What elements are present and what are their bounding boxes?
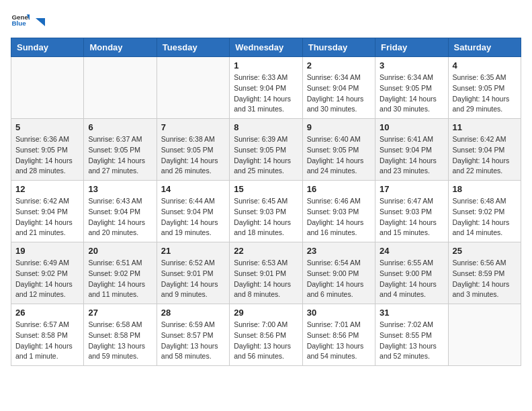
logo: General Blue (11, 11, 45, 30)
day-of-week-header: Wednesday (230, 38, 302, 57)
calendar-week-row: 26Sunrise: 6:57 AM Sunset: 8:58 PM Dayli… (11, 304, 521, 366)
day-number: 15 (234, 184, 298, 194)
svg-marker-3 (36, 18, 45, 26)
day-info: Sunrise: 6:46 AM Sunset: 9:03 PM Dayligh… (307, 196, 371, 238)
day-of-week-header: Monday (84, 38, 157, 57)
day-info: Sunrise: 6:47 AM Sunset: 9:03 PM Dayligh… (380, 196, 443, 238)
day-number: 28 (161, 308, 225, 318)
calendar-day-cell: 2Sunrise: 6:34 AM Sunset: 9:04 PM Daylig… (302, 57, 375, 119)
calendar-day-cell: 28Sunrise: 6:59 AM Sunset: 8:57 PM Dayli… (157, 304, 229, 366)
day-info: Sunrise: 6:35 AM Sunset: 9:05 PM Dayligh… (453, 73, 517, 115)
day-number: 11 (453, 122, 517, 132)
day-of-week-header: Sunday (11, 38, 84, 57)
day-number: 6 (88, 122, 152, 132)
day-number: 16 (307, 184, 371, 194)
logo-icon: General Blue (11, 11, 30, 30)
day-number: 1 (234, 60, 298, 71)
day-info: Sunrise: 6:34 AM Sunset: 9:05 PM Dayligh… (380, 73, 443, 115)
calendar-day-cell (84, 57, 157, 119)
day-info: Sunrise: 7:00 AM Sunset: 8:56 PM Dayligh… (234, 320, 298, 362)
day-of-week-header: Friday (375, 38, 448, 57)
day-number: 14 (161, 184, 225, 194)
day-of-week-header: Thursday (302, 38, 375, 57)
day-info: Sunrise: 6:57 AM Sunset: 8:58 PM Dayligh… (15, 320, 79, 362)
svg-text:Blue: Blue (11, 19, 26, 27)
day-info: Sunrise: 6:42 AM Sunset: 9:04 PM Dayligh… (15, 196, 79, 238)
calendar-day-cell: 8Sunrise: 6:39 AM Sunset: 9:05 PM Daylig… (230, 119, 302, 181)
calendar-day-cell: 30Sunrise: 7:01 AM Sunset: 8:56 PM Dayli… (302, 304, 375, 366)
calendar-day-cell: 11Sunrise: 6:42 AM Sunset: 9:04 PM Dayli… (448, 119, 521, 181)
calendar-day-cell: 4Sunrise: 6:35 AM Sunset: 9:05 PM Daylig… (448, 57, 521, 119)
day-info: Sunrise: 6:59 AM Sunset: 8:57 PM Dayligh… (161, 320, 225, 362)
day-info: Sunrise: 6:39 AM Sunset: 9:05 PM Dayligh… (234, 134, 298, 177)
day-number: 27 (88, 308, 152, 318)
day-number: 20 (88, 246, 152, 256)
day-number: 25 (453, 246, 517, 256)
day-number: 2 (307, 60, 371, 71)
day-info: Sunrise: 6:54 AM Sunset: 9:00 PM Dayligh… (307, 258, 371, 300)
calendar-day-cell: 26Sunrise: 6:57 AM Sunset: 8:58 PM Dayli… (11, 304, 84, 366)
day-info: Sunrise: 6:40 AM Sunset: 9:05 PM Dayligh… (307, 134, 371, 177)
calendar-day-cell (448, 304, 521, 366)
calendar-day-cell: 18Sunrise: 6:48 AM Sunset: 9:02 PM Dayli… (448, 181, 521, 242)
day-info: Sunrise: 6:51 AM Sunset: 9:02 PM Dayligh… (88, 258, 152, 300)
page-header: General Blue (11, 11, 521, 30)
day-number: 5 (15, 122, 79, 132)
calendar-day-cell: 24Sunrise: 6:55 AM Sunset: 9:00 PM Dayli… (375, 242, 448, 304)
day-info: Sunrise: 6:53 AM Sunset: 9:01 PM Dayligh… (234, 258, 298, 300)
day-info: Sunrise: 6:38 AM Sunset: 9:05 PM Dayligh… (161, 134, 225, 177)
calendar-day-cell: 23Sunrise: 6:54 AM Sunset: 9:00 PM Dayli… (302, 242, 375, 304)
day-info: Sunrise: 6:52 AM Sunset: 9:01 PM Dayligh… (161, 258, 225, 300)
day-info: Sunrise: 7:02 AM Sunset: 8:55 PM Dayligh… (380, 320, 443, 362)
day-info: Sunrise: 6:36 AM Sunset: 9:05 PM Dayligh… (15, 134, 79, 177)
day-info: Sunrise: 6:49 AM Sunset: 9:02 PM Dayligh… (15, 258, 79, 300)
day-number: 4 (453, 60, 517, 71)
calendar-day-cell: 7Sunrise: 6:38 AM Sunset: 9:05 PM Daylig… (157, 119, 229, 181)
day-number: 30 (307, 308, 371, 318)
day-number: 31 (380, 308, 443, 318)
day-info: Sunrise: 6:58 AM Sunset: 8:58 PM Dayligh… (88, 320, 152, 362)
calendar-day-cell: 27Sunrise: 6:58 AM Sunset: 8:58 PM Dayli… (84, 304, 157, 366)
day-info: Sunrise: 6:43 AM Sunset: 9:04 PM Dayligh… (88, 196, 152, 238)
calendar-day-cell: 10Sunrise: 6:41 AM Sunset: 9:04 PM Dayli… (375, 119, 448, 181)
day-info: Sunrise: 7:01 AM Sunset: 8:56 PM Dayligh… (307, 320, 371, 362)
day-of-week-header: Tuesday (157, 38, 229, 57)
calendar-week-row: 12Sunrise: 6:42 AM Sunset: 9:04 PM Dayli… (11, 181, 521, 242)
calendar-day-cell: 31Sunrise: 7:02 AM Sunset: 8:55 PM Dayli… (375, 304, 448, 366)
day-number: 9 (307, 122, 371, 132)
day-number: 22 (234, 246, 298, 256)
day-info: Sunrise: 6:48 AM Sunset: 9:02 PM Dayligh… (453, 196, 517, 238)
day-info: Sunrise: 6:45 AM Sunset: 9:03 PM Dayligh… (234, 196, 298, 238)
calendar-day-cell: 19Sunrise: 6:49 AM Sunset: 9:02 PM Dayli… (11, 242, 84, 304)
calendar-day-cell: 6Sunrise: 6:37 AM Sunset: 9:05 PM Daylig… (84, 119, 157, 181)
calendar-day-cell: 3Sunrise: 6:34 AM Sunset: 9:05 PM Daylig… (375, 57, 448, 119)
day-number: 23 (307, 246, 371, 256)
day-info: Sunrise: 6:56 AM Sunset: 8:59 PM Dayligh… (453, 258, 517, 300)
logo-triangle-icon (33, 15, 45, 28)
calendar-day-cell: 9Sunrise: 6:40 AM Sunset: 9:05 PM Daylig… (302, 119, 375, 181)
day-info: Sunrise: 6:55 AM Sunset: 9:00 PM Dayligh… (380, 258, 443, 300)
day-number: 29 (234, 308, 298, 318)
calendar-day-cell: 17Sunrise: 6:47 AM Sunset: 9:03 PM Dayli… (375, 181, 448, 242)
day-number: 21 (161, 246, 225, 256)
calendar-day-cell: 16Sunrise: 6:46 AM Sunset: 9:03 PM Dayli… (302, 181, 375, 242)
calendar-day-cell (11, 57, 84, 119)
calendar-day-cell: 20Sunrise: 6:51 AM Sunset: 9:02 PM Dayli… (84, 242, 157, 304)
day-of-week-header: Saturday (448, 38, 521, 57)
day-number: 18 (453, 184, 517, 194)
calendar-day-cell: 1Sunrise: 6:33 AM Sunset: 9:04 PM Daylig… (230, 57, 302, 119)
day-number: 19 (15, 246, 79, 256)
calendar-week-row: 5Sunrise: 6:36 AM Sunset: 9:05 PM Daylig… (11, 119, 521, 181)
day-info: Sunrise: 6:44 AM Sunset: 9:04 PM Dayligh… (161, 196, 225, 238)
day-number: 26 (15, 308, 79, 318)
calendar-day-cell: 25Sunrise: 6:56 AM Sunset: 8:59 PM Dayli… (448, 242, 521, 304)
day-number: 13 (88, 184, 152, 194)
calendar-day-cell: 13Sunrise: 6:43 AM Sunset: 9:04 PM Dayli… (84, 181, 157, 242)
day-info: Sunrise: 6:37 AM Sunset: 9:05 PM Dayligh… (88, 134, 152, 177)
day-info: Sunrise: 6:42 AM Sunset: 9:04 PM Dayligh… (453, 134, 517, 177)
calendar-day-cell: 14Sunrise: 6:44 AM Sunset: 9:04 PM Dayli… (157, 181, 229, 242)
day-number: 17 (380, 184, 443, 194)
calendar-week-row: 19Sunrise: 6:49 AM Sunset: 9:02 PM Dayli… (11, 242, 521, 304)
day-info: Sunrise: 6:33 AM Sunset: 9:04 PM Dayligh… (234, 73, 298, 115)
calendar-header-row: SundayMondayTuesdayWednesdayThursdayFrid… (11, 38, 521, 57)
